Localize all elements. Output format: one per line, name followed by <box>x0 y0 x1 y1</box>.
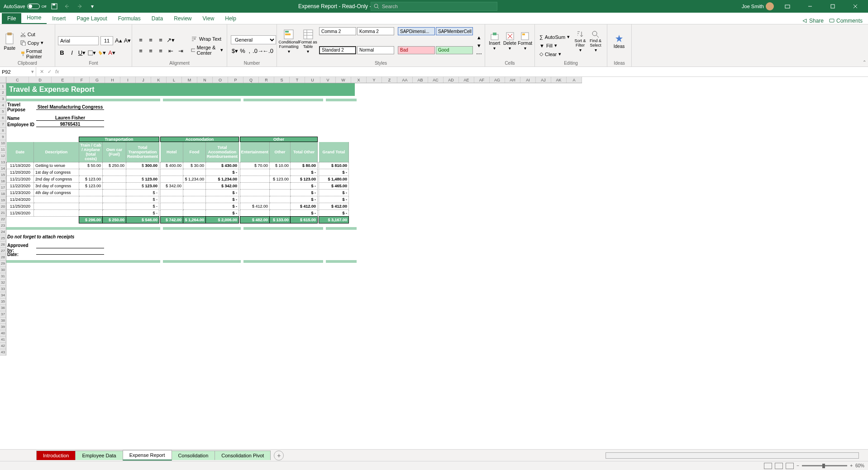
sheet-tab-employee-data[interactable]: Employee Data <box>75 451 123 460</box>
enter-formula-icon[interactable]: ✓ <box>48 69 52 75</box>
col-header[interactable]: D <box>29 77 52 83</box>
font-color-icon[interactable]: A▾ <box>108 49 116 57</box>
borders-icon[interactable]: ▾ <box>88 49 96 57</box>
row-header[interactable]: 29 <box>0 261 6 267</box>
col-header[interactable]: AE <box>459 77 474 83</box>
row-header[interactable]: 9 <box>0 134 6 140</box>
row-header[interactable]: 30 <box>0 267 6 273</box>
normal-view-icon[interactable] <box>764 463 772 469</box>
row-header[interactable]: 17 <box>0 185 6 191</box>
bold-icon[interactable]: B <box>58 49 66 57</box>
col-header[interactable]: G <box>90 77 105 83</box>
col-header[interactable]: X <box>351 77 367 83</box>
autosave-toggle[interactable]: AutoSave Off <box>4 4 46 9</box>
ideas-button[interactable]: Ideas <box>609 25 629 57</box>
row-header[interactable]: 12 <box>0 153 6 159</box>
tab-insert[interactable]: Insert <box>47 13 71 24</box>
col-header[interactable]: AK <box>551 77 567 83</box>
col-header[interactable]: AJ <box>536 77 551 83</box>
italic-icon[interactable]: I <box>68 49 76 57</box>
align-center-icon[interactable]: ≡ <box>147 47 155 55</box>
autosum-button[interactable]: ∑ AutoSum ▾ <box>538 33 572 41</box>
col-header[interactable]: O <box>213 77 228 83</box>
search-input[interactable]: Search <box>371 2 497 11</box>
find-select-button[interactable]: Find & Select▾ <box>588 25 603 57</box>
row-header[interactable]: 27 <box>0 248 6 254</box>
sheet-tab-expense-report[interactable]: Expense Report <box>123 450 172 461</box>
column-headers[interactable]: CDEFGHIJKLMNOPQRSTUVWXYZAAABACADAEAFAGAH… <box>6 77 582 83</box>
sort-filter-button[interactable]: Sort & Filter▾ <box>572 25 588 57</box>
row-header[interactable]: 41 <box>0 337 6 343</box>
row-header[interactable]: 21 <box>0 210 6 216</box>
tab-file[interactable]: File <box>2 13 21 24</box>
row-header[interactable]: 28 <box>0 254 6 261</box>
row-header[interactable]: 36 <box>0 305 6 311</box>
row-header[interactable]: 13 <box>0 159 6 166</box>
align-middle-icon[interactable]: ≡ <box>147 36 155 44</box>
page-layout-view-icon[interactable] <box>775 463 783 469</box>
col-header[interactable]: N <box>197 77 213 83</box>
col-header[interactable]: W <box>336 77 351 83</box>
col-header[interactable]: AB <box>413 77 428 83</box>
align-left-icon[interactable]: ≡ <box>137 47 145 55</box>
user-account[interactable]: Joe Smith <box>742 2 774 10</box>
name-box[interactable]: P92▾ <box>0 67 36 76</box>
orientation-icon[interactable]: ↗▾ <box>167 36 175 44</box>
align-bottom-icon[interactable]: ≡ <box>157 36 165 44</box>
font-name-select[interactable] <box>58 36 99 45</box>
row-header[interactable]: 32 <box>0 280 6 286</box>
style-sapdimension[interactable]: SAPDimensi... <box>398 27 435 35</box>
styles-more-icon[interactable]: ⋯ <box>475 50 483 58</box>
col-header[interactable]: AA <box>397 77 413 83</box>
row-header[interactable]: 23 <box>0 223 6 229</box>
share-button[interactable]: Share <box>802 18 824 24</box>
row-header[interactable]: 8 <box>0 128 6 134</box>
row-header[interactable]: 1 <box>0 83 6 90</box>
row-header[interactable]: 16 <box>0 178 6 185</box>
col-header[interactable]: AF <box>474 77 490 83</box>
tab-formulas[interactable]: Formulas <box>113 13 146 24</box>
row-header[interactable]: 3 <box>0 96 6 102</box>
font-size-select[interactable] <box>100 36 113 45</box>
style-good[interactable]: Good <box>436 46 473 54</box>
tab-data[interactable]: Data <box>146 13 168 24</box>
col-header[interactable]: F <box>74 77 90 83</box>
undo-icon[interactable] <box>62 2 72 11</box>
format-painter-button[interactable]: Format Painter <box>19 47 53 60</box>
maximize-icon[interactable] <box>824 0 842 13</box>
row-header[interactable]: 37 <box>0 311 6 318</box>
tab-help[interactable]: Help <box>219 13 242 24</box>
increase-indent-icon[interactable]: ⇥ <box>176 47 185 55</box>
currency-icon[interactable]: $▾ <box>232 47 238 55</box>
col-header[interactable]: H <box>105 77 120 83</box>
cut-button[interactable]: Cut <box>19 31 53 38</box>
row-header[interactable]: 43 <box>0 349 6 356</box>
col-header[interactable]: T <box>290 77 305 83</box>
page-break-view-icon[interactable] <box>786 463 794 469</box>
add-sheet-button[interactable]: + <box>274 451 284 461</box>
sheet-tab-introduction[interactable]: Introduction <box>36 451 76 460</box>
col-header[interactable]: C <box>6 77 29 83</box>
row-header[interactable]: 38 <box>0 318 6 324</box>
decrease-indent-icon[interactable]: ⇤ <box>167 47 175 55</box>
col-header[interactable]: AG <box>490 77 505 83</box>
col-header[interactable]: AH <box>505 77 520 83</box>
sheet-tab-consolidation[interactable]: Consolidation <box>172 451 215 460</box>
col-header[interactable]: Q <box>243 77 259 83</box>
conditional-formatting-button[interactable]: Conditional Formatting▾ <box>279 25 299 57</box>
tab-home[interactable]: Home <box>21 12 47 24</box>
horizontal-scrollbar[interactable] <box>606 452 859 459</box>
formula-bar[interactable] <box>63 69 868 75</box>
col-header[interactable]: I <box>120 77 136 83</box>
zoom-out-icon[interactable]: − <box>796 463 799 468</box>
align-right-icon[interactable]: ≡ <box>157 47 165 55</box>
col-header[interactable]: P <box>228 77 243 83</box>
col-header[interactable]: J <box>136 77 151 83</box>
col-header[interactable]: E <box>52 77 74 83</box>
col-header[interactable]: Y <box>367 77 382 83</box>
percent-icon[interactable]: % <box>240 47 245 55</box>
fill-color-icon[interactable]: ▾ <box>98 49 106 57</box>
col-header[interactable]: V <box>320 77 336 83</box>
style-komma2[interactable]: Komma 2 <box>357 27 394 35</box>
row-header[interactable]: 34 <box>0 292 6 299</box>
